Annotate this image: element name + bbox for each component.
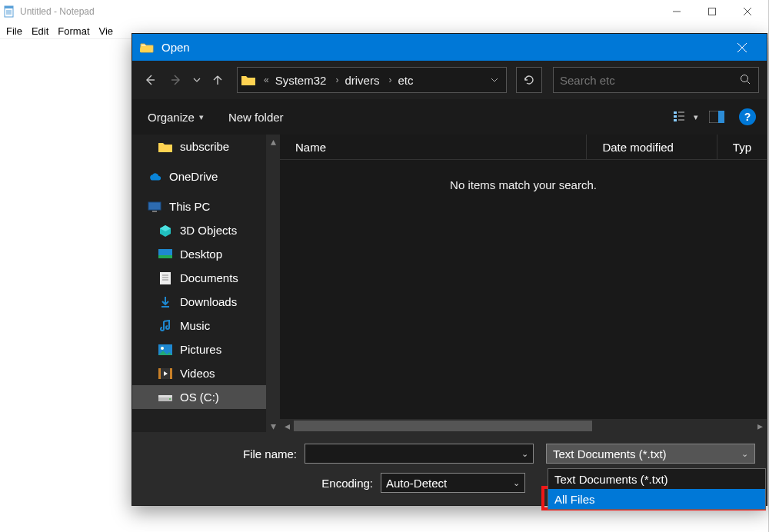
svg-rect-20 bbox=[152, 211, 157, 212]
svg-rect-18 bbox=[718, 111, 724, 123]
nav-item-label: Downloads bbox=[180, 295, 237, 308]
file-list-body: No items match your search. bbox=[280, 160, 767, 419]
horizontal-scrollbar[interactable]: ◂ ▸ bbox=[280, 419, 767, 433]
search-input[interactable] bbox=[560, 74, 740, 87]
svg-rect-23 bbox=[160, 272, 171, 284]
nav-item-music[interactable]: Music bbox=[132, 314, 280, 337]
nav-item-label: Documents bbox=[180, 271, 238, 284]
file-name-combobox[interactable]: ⌄ bbox=[305, 444, 534, 464]
nav-item-3d-objects[interactable]: 3D Objects bbox=[132, 218, 280, 242]
notepad-title: Untitled - Notepad bbox=[20, 6, 659, 17]
nav-item-subscribe[interactable]: subscribe bbox=[132, 135, 280, 158]
column-type[interactable]: Typ bbox=[717, 135, 767, 159]
nav-item-label: subscribe bbox=[180, 140, 229, 153]
file-type-select[interactable]: Text Documents (*.txt) ⌄ bbox=[546, 444, 755, 464]
file-type-option-all[interactable]: All Files bbox=[548, 489, 765, 509]
recent-locations-button[interactable] bbox=[191, 67, 203, 93]
nav-item-label: Pictures bbox=[180, 343, 221, 356]
file-type-option-txt[interactable]: Text Documents (*.txt) bbox=[548, 469, 765, 489]
notepad-titlebar[interactable]: Untitled - Notepad bbox=[0, 0, 768, 23]
breadcrumb-segment[interactable]: drivers bbox=[343, 74, 384, 87]
svg-rect-11 bbox=[674, 111, 677, 114]
encoding-value: Auto-Detect bbox=[386, 477, 447, 490]
nav-item-label: Music bbox=[180, 319, 210, 332]
nav-scrollbar[interactable]: ▴ ▾ bbox=[266, 135, 280, 433]
svg-point-29 bbox=[161, 347, 164, 350]
file-type-option-label: All Files bbox=[554, 493, 595, 506]
scroll-up-button[interactable]: ▴ bbox=[266, 135, 280, 148]
menu-file[interactable]: File bbox=[3, 24, 28, 38]
preview-pane-button[interactable] bbox=[704, 105, 730, 128]
folder-icon bbox=[238, 68, 259, 92]
nav-item-label: Videos bbox=[180, 367, 215, 380]
breadcrumb-chevron-icon[interactable]: « bbox=[259, 75, 274, 85]
maximize-button[interactable] bbox=[694, 0, 730, 23]
nav-item-documents[interactable]: Documents bbox=[132, 266, 280, 290]
file-type-dropdown[interactable]: Text Documents (*.txt) All Files bbox=[548, 468, 766, 510]
svg-line-10 bbox=[747, 81, 751, 85]
nav-item-pictures[interactable]: Pictures bbox=[132, 337, 280, 361]
nav-item-label: This PC bbox=[169, 200, 210, 213]
dialog-title: Open bbox=[161, 41, 725, 54]
address-bar[interactable]: « System32 › drivers › etc bbox=[237, 67, 507, 93]
folder-icon bbox=[158, 140, 172, 154]
view-mode-button[interactable]: ▾ bbox=[673, 105, 699, 128]
close-button[interactable] bbox=[730, 0, 765, 23]
nav-item-this-pc[interactable]: This PC bbox=[132, 195, 280, 218]
breadcrumb-chevron-icon[interactable]: › bbox=[384, 75, 396, 85]
file-type-selected-label: Text Documents (*.txt) bbox=[553, 447, 667, 461]
scroll-right-button[interactable]: ▸ bbox=[753, 419, 767, 433]
svg-point-35 bbox=[169, 398, 171, 400]
scroll-left-button[interactable]: ◂ bbox=[280, 419, 294, 433]
3d-icon bbox=[158, 224, 172, 238]
nav-item-os-c-[interactable]: OS (C:) bbox=[132, 385, 280, 409]
nav-item-downloads[interactable]: Downloads bbox=[132, 290, 280, 314]
menu-edit[interactable]: Edit bbox=[28, 24, 55, 38]
scrollbar-thumb[interactable] bbox=[294, 421, 592, 431]
menu-format[interactable]: Format bbox=[55, 24, 95, 38]
svg-rect-22 bbox=[158, 255, 172, 258]
help-button[interactable]: ? bbox=[739, 108, 756, 125]
breadcrumb-segment[interactable]: System32 bbox=[274, 74, 331, 87]
svg-rect-13 bbox=[674, 119, 677, 121]
refresh-button[interactable] bbox=[516, 67, 542, 93]
file-list-pane[interactable]: ˄ Name Date modified Typ No items match … bbox=[280, 135, 767, 433]
address-dropdown-button[interactable] bbox=[483, 76, 506, 84]
pc-icon bbox=[148, 200, 161, 214]
scroll-down-button[interactable]: ▾ bbox=[266, 419, 280, 433]
back-button[interactable] bbox=[138, 67, 161, 93]
minimize-button[interactable] bbox=[659, 0, 694, 23]
nav-item-videos[interactable]: Videos bbox=[132, 361, 280, 385]
svg-rect-31 bbox=[158, 368, 161, 379]
breadcrumb-segment[interactable]: etc bbox=[396, 74, 418, 87]
forward-button[interactable] bbox=[165, 67, 188, 93]
dialog-titlebar[interactable]: Open bbox=[132, 34, 767, 61]
content-area: subscribeOneDriveThis PC3D ObjectsDeskto… bbox=[132, 135, 767, 433]
column-name[interactable]: ˄ Name bbox=[280, 135, 586, 159]
new-folder-button[interactable]: New folder bbox=[224, 108, 288, 127]
desktop-icon bbox=[158, 248, 172, 261]
menu-view[interactable]: Vie bbox=[96, 24, 120, 38]
encoding-combobox[interactable]: Auto-Detect ⌄ bbox=[381, 473, 525, 493]
encoding-label: Encoding: bbox=[132, 477, 381, 490]
file-name-label: File name: bbox=[132, 447, 305, 461]
open-file-dialog: Open « System32 › drivers › etc bbox=[131, 33, 767, 506]
nav-item-desktop[interactable]: Desktop bbox=[132, 242, 280, 266]
svg-rect-34 bbox=[158, 395, 172, 397]
search-box[interactable] bbox=[553, 67, 759, 93]
breadcrumb-chevron-icon[interactable]: › bbox=[331, 75, 343, 85]
drive-icon bbox=[158, 391, 172, 404]
column-date-modified[interactable]: Date modified bbox=[586, 135, 716, 159]
nav-item-label: OneDrive bbox=[169, 170, 218, 183]
file-type-option-label: Text Documents (*.txt) bbox=[554, 473, 668, 486]
command-toolbar: Organize▾ New folder ▾ ? bbox=[132, 99, 767, 135]
organize-button[interactable]: Organize▾ bbox=[143, 108, 208, 127]
up-button[interactable] bbox=[206, 67, 229, 93]
nav-item-onedrive[interactable]: OneDrive bbox=[132, 165, 280, 188]
chevron-down-icon: ⌄ bbox=[521, 449, 528, 459]
navigation-toolbar: « System32 › drivers › etc bbox=[132, 61, 767, 99]
navigation-pane[interactable]: subscribeOneDriveThis PC3D ObjectsDeskto… bbox=[132, 135, 280, 433]
dialog-close-button[interactable] bbox=[725, 34, 759, 61]
downloads-icon bbox=[158, 295, 172, 309]
svg-point-9 bbox=[741, 75, 748, 82]
